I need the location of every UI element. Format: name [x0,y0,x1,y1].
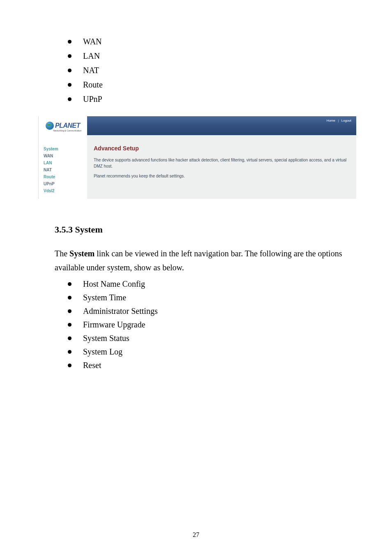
list-item: LAN [68,51,349,61]
section-heading: 3.5.3 System [55,224,349,235]
list-item: System Time [68,293,349,302]
screenshot-body: System WAN LAN NAT Route UPnP Vdsl2 Adva… [39,135,356,199]
list-item: Route [68,80,349,90]
bullet-text: Firmware Upgrade [83,320,145,329]
list-item: Administrator Settings [68,306,349,316]
panel-title: Advanced Setup [94,145,350,152]
bullet-text: Reset [83,361,101,370]
bullet-icon [68,323,71,327]
sidebar-item-label: Vdsl2 [44,189,55,193]
logo-area: PLANET Networking & Communication [39,116,87,135]
top-bullet-list: WAN LAN NAT Route UPnP [43,37,349,104]
bullet-icon [68,69,71,72]
bullet-text: LAN [83,51,100,61]
sidebar-item-vdsl2[interactable]: Vdsl2 [44,189,87,193]
logout-link[interactable]: Logout [341,119,351,122]
list-item: Host Name Config [68,279,349,289]
panel-paragraph: The device supports advanced functions l… [94,157,350,169]
sidebar-item-label: Route [44,175,55,179]
list-item: UPnP [68,94,349,104]
text-fragment: link can be viewed in the left navigatio… [55,249,342,272]
list-item: Firmware Upgrade [68,320,349,329]
sidebar-item-label: LAN [44,161,52,165]
bullet-icon [68,309,71,313]
bullet-text: Host Name Config [83,279,145,289]
sidebar-item-label: NAT [44,168,52,172]
list-item: System Status [68,334,349,343]
bullet-icon [68,54,71,58]
logo: PLANET [46,122,80,130]
sidebar-item-upnp[interactable]: UPnP [44,182,87,186]
bullet-text: System Log [83,347,122,357]
sidebar-item-nat[interactable]: NAT [44,168,87,172]
sidebar-item-label: System [44,147,58,151]
sidebar-item-route[interactable]: Route [44,175,87,179]
section-paragraph: The System link can be viewed in the lef… [55,246,345,274]
bullet-icon [68,282,71,286]
panel-paragraph: Planet recommends you keep the default s… [94,173,350,180]
sidebar-item-lan[interactable]: LAN [44,161,87,165]
router-admin-screenshot: PLANET Networking & Communication Home |… [38,116,356,199]
separator: | [338,119,339,122]
bullet-text: NAT [83,66,99,75]
list-item: NAT [68,66,349,75]
bold-text: System [69,249,95,258]
bullet-icon [68,97,71,101]
list-item: System Log [68,347,349,357]
bullet-text: System Time [83,293,126,302]
text-fragment: The [55,249,69,258]
sidebar-item-system[interactable]: System [44,147,87,151]
bullet-text: UPnP [83,94,102,104]
bullet-text: WAN [83,37,102,46]
tagline-text: Networking & Communication [53,129,81,132]
sidebar-item-label: WAN [44,154,53,158]
bullet-icon [68,336,71,340]
globe-icon [46,122,54,130]
sidebar-item-label: UPnP [44,182,55,186]
bullet-text: Administrator Settings [83,306,158,316]
bullet-icon [68,350,71,354]
screenshot-header: PLANET Networking & Communication Home |… [39,116,356,135]
list-item: Reset [68,361,349,370]
header-links: Home | Logout [327,119,351,122]
bullet-icon [68,296,71,299]
list-item: WAN [68,37,349,46]
bullet-icon [68,83,71,87]
main-panel: Advanced Setup The device supports advan… [87,135,356,199]
bullet-text: System Status [83,334,129,343]
bullet-text: Route [83,80,103,90]
home-link[interactable]: Home [327,119,335,122]
sidebar: System WAN LAN NAT Route UPnP Vdsl2 [39,135,87,199]
sidebar-item-wan[interactable]: WAN [44,154,87,158]
bottom-bullet-list: Host Name Config System Time Administrat… [43,279,349,370]
brand-text: PLANET [55,122,80,129]
header-bar: Home | Logout [87,116,356,135]
bullet-icon [68,364,71,367]
page-number: 27 [0,531,392,539]
bullet-icon [68,40,71,44]
